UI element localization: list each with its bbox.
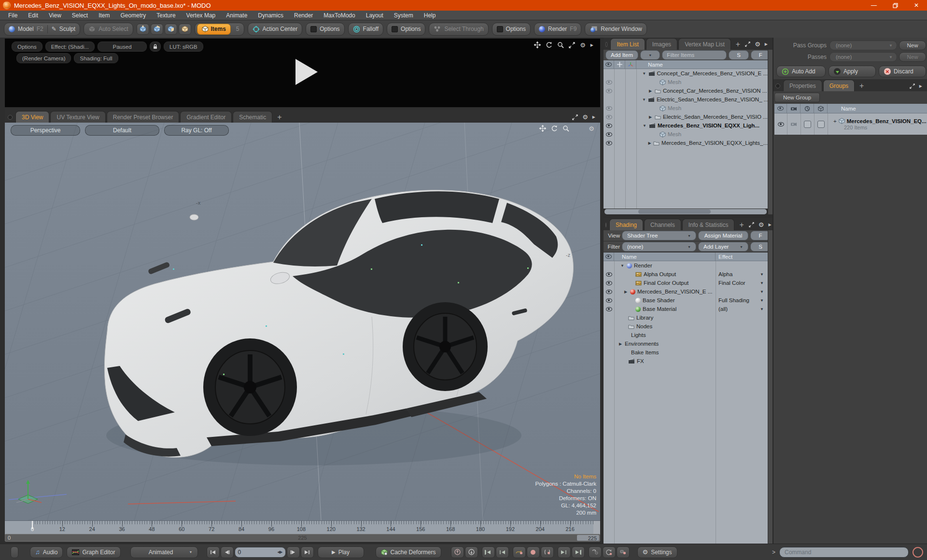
- visibility-eye-icon[interactable]: [606, 141, 612, 145]
- command-history-button[interactable]: [913, 547, 923, 558]
- expand-plus[interactable]: +: [833, 118, 837, 124]
- table-row[interactable]: ▶Mercedes_Benz_VISION_E ... ▼: [604, 287, 768, 296]
- effect-value[interactable]: (all): [718, 306, 728, 312]
- car-model[interactable]: [104, 190, 573, 458]
- play-button[interactable]: ▶ Play: [318, 546, 364, 558]
- select-through-button[interactable]: Select Through: [429, 23, 488, 36]
- table-row[interactable]: ▶ Concept_Car_Mercedes_Benz_VISION ...: [604, 86, 768, 95]
- new-group-button[interactable]: New Group: [774, 93, 820, 102]
- prev-keyframe-button[interactable]: [482, 546, 495, 558]
- add-item-button[interactable]: Add Item: [605, 50, 638, 60]
- disclosure-closed-icon[interactable]: ▶: [648, 115, 653, 119]
- next-key-button[interactable]: [558, 546, 571, 558]
- effect-value[interactable]: Full Shading: [718, 297, 749, 303]
- table-row[interactable]: Nodes: [604, 322, 768, 331]
- frame-spinner-icon[interactable]: ◀▶: [277, 550, 282, 554]
- group-row[interactable]: + Mercedes_Benz_VISION_EQ... 220 Items: [774, 113, 927, 135]
- table-row[interactable]: FX: [604, 357, 768, 365]
- tab-vertex-map-list[interactable]: Vertex Map List: [678, 38, 731, 50]
- effect-dropdown-arrow[interactable]: ▼: [760, 272, 768, 277]
- shading-full-button[interactable]: Shading: Full: [74, 53, 118, 63]
- table-row[interactable]: Mesh: [604, 104, 768, 112]
- disclosure-open-icon[interactable]: ▼: [642, 124, 647, 128]
- panel-menu-arrow-icon[interactable]: ▶: [590, 43, 593, 47]
- shader-tree-dropdown[interactable]: Shader Tree▼: [622, 231, 696, 240]
- step-forward-button[interactable]: [287, 546, 300, 558]
- item-label[interactable]: Mercedes_Benz_VISION_EQXX_Ligh...: [658, 123, 759, 128]
- menu-item[interactable]: Edit: [23, 12, 43, 19]
- preview-paused-button[interactable]: Paused: [98, 42, 147, 52]
- visibility-eye-icon[interactable]: [778, 122, 784, 126]
- tab-groups[interactable]: Groups: [823, 80, 855, 91]
- magnifier-icon[interactable]: [562, 125, 569, 132]
- item-label[interactable]: Final Color Output: [644, 280, 688, 286]
- tab-schematic[interactable]: Schematic: [233, 111, 272, 123]
- table-row[interactable]: ▼ Electric_Sedan_Mercedes_Benz_VISION_ .…: [604, 95, 768, 104]
- disclosure-open-icon[interactable]: ▼: [642, 98, 646, 102]
- falloff-button[interactable]: Falloff: [348, 23, 383, 36]
- menu-item[interactable]: Help: [419, 12, 441, 19]
- effect-dropdown-arrow[interactable]: ▼: [760, 290, 768, 294]
- preview-options-button[interactable]: Options: [12, 42, 42, 52]
- edges-mode-button[interactable]: [151, 24, 163, 35]
- effect-dropdown-arrow[interactable]: ▼: [760, 307, 768, 311]
- table-row[interactable]: ▼ Concept_Car_Mercedes_Benz_VISION_E ...: [604, 69, 768, 78]
- panel-menu-arrow-icon[interactable]: ▶: [768, 223, 771, 227]
- rotate-icon[interactable]: [551, 125, 558, 132]
- render-preview[interactable]: Options Effect: (Shadi... Paused LUT: sR…: [5, 39, 600, 107]
- render-button[interactable]: Render F9: [534, 23, 581, 36]
- magnifier-icon[interactable]: [557, 42, 564, 48]
- maximize-panel-icon[interactable]: [749, 222, 754, 227]
- disclosure-closed-icon[interactable]: ▶: [623, 290, 628, 294]
- current-frame-field[interactable]: 0 ◀▶: [235, 547, 286, 558]
- sculpt-button[interactable]: Sculpt: [59, 26, 75, 32]
- table-row[interactable]: Alpha Output Alpha▼: [604, 270, 768, 279]
- table-row[interactable]: Final Color Output Final Color▼: [604, 279, 768, 287]
- tab-pin-icon[interactable]: [8, 115, 13, 120]
- filter-items-input[interactable]: [662, 50, 727, 60]
- default-shading-button[interactable]: Default: [85, 125, 159, 136]
- panel-menu-arrow-icon[interactable]: ▶: [919, 84, 922, 88]
- table-row[interactable]: Lights: [604, 331, 768, 339]
- timeline-ruler[interactable]: 0122436486072849610812013214415616818019…: [5, 520, 600, 534]
- visibility-eye-icon[interactable]: [606, 124, 612, 128]
- visibility-eye-icon[interactable]: [606, 272, 612, 277]
- auto-select-button[interactable]: Auto Select: [84, 23, 133, 36]
- time-snap-down-icon[interactable]: [465, 546, 478, 558]
- settings-button[interactable]: ⚙ Settings: [637, 546, 677, 558]
- tab-pin-icon[interactable]: [605, 42, 607, 47]
- select-through-options-button[interactable]: Options: [492, 23, 531, 36]
- discard-button[interactable]: ✕ Discard: [879, 66, 926, 77]
- table-row[interactable]: ▶Environments: [604, 339, 768, 348]
- panel-gear-icon[interactable]: ⚙: [758, 222, 764, 228]
- menu-item[interactable]: Texture: [151, 12, 181, 19]
- tab-gradient-editor[interactable]: Gradient Editor: [180, 111, 232, 123]
- menu-item[interactable]: Geometry: [115, 12, 152, 19]
- tab-render-preset-browser[interactable]: Render Preset Browser: [107, 111, 180, 123]
- items-mode-button[interactable]: Items: [197, 24, 231, 35]
- add-tab-button[interactable]: +: [273, 112, 285, 123]
- tab-images[interactable]: Images: [646, 38, 677, 50]
- camera-toggle-icon[interactable]: [790, 122, 797, 126]
- item-label[interactable]: Base Material: [643, 306, 676, 312]
- link-keys-icon[interactable]: [589, 546, 602, 558]
- tab-shading[interactable]: Shading: [609, 219, 643, 230]
- cache-deformers-button[interactable]: Cache Deformers: [376, 546, 441, 558]
- visibility-eye-icon[interactable]: [606, 106, 612, 111]
- table-row[interactable]: Mesh: [604, 130, 768, 139]
- key-brackets-icon[interactable]: [541, 546, 554, 558]
- vertices-mode-button[interactable]: [137, 24, 149, 35]
- render-camera-button[interactable]: (Render Camera): [16, 53, 71, 63]
- menu-item[interactable]: System: [389, 12, 419, 19]
- action-center-button[interactable]: Action Center: [248, 23, 303, 36]
- item-label[interactable]: Concept_Car_Mercedes_Benz_VISION_E ...: [657, 70, 768, 76]
- table-row[interactable]: Base Material (all)▼: [604, 305, 768, 313]
- close-button[interactable]: ✕: [906, 0, 927, 11]
- falloff-options-button[interactable]: Options: [387, 23, 425, 36]
- disclosure-open-icon[interactable]: ▼: [642, 71, 646, 76]
- itemlist-hscrollbar[interactable]: [604, 209, 767, 214]
- add-layer-dropdown[interactable]: Add Layer▼: [698, 242, 748, 252]
- maximize-panel-icon[interactable]: [745, 42, 750, 47]
- materials-mode-button[interactable]: [179, 24, 191, 35]
- audio-button[interactable]: ♫ Audio: [30, 546, 63, 558]
